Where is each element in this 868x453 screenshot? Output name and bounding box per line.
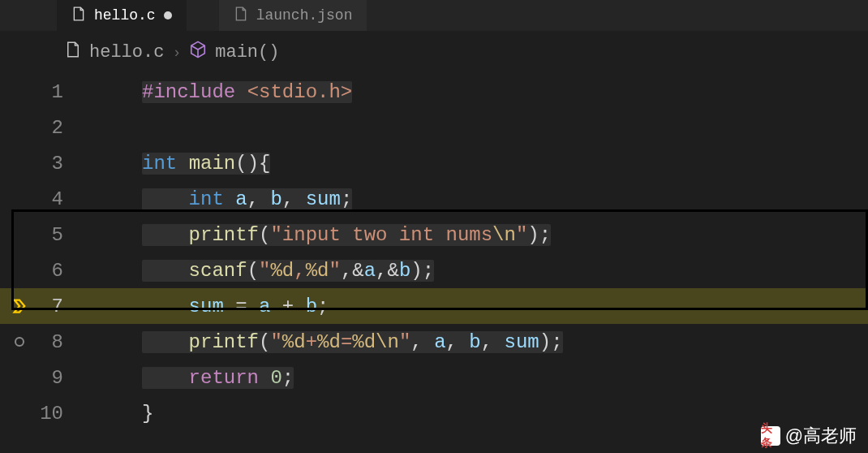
code-editor[interactable]: 1#include <stdio.h>23int main(){4 int a,… [0, 74, 868, 431]
gutter[interactable]: 8 [0, 331, 142, 353]
file-icon [71, 6, 86, 25]
symbol-method-icon [189, 41, 207, 64]
gutter[interactable]: 3 [0, 153, 142, 175]
code-content: printf("%d+%d=%d\n", a, b, sum); [142, 331, 563, 353]
code-content: int main(){ [142, 153, 270, 175]
code-content: printf("input two int nums\n"); [142, 224, 551, 246]
code-line[interactable]: 9 return 0; [0, 360, 868, 395]
gutter[interactable]: 7 [0, 296, 142, 317]
line-number: 1 [39, 81, 88, 103]
code-content: #include <stdio.h> [142, 81, 352, 103]
watermark-logo-icon: 头条 [761, 426, 780, 446]
code-content: int a, b, sum; [142, 188, 352, 210]
line-number: 6 [39, 260, 88, 282]
tab-launch-json[interactable]: launch.json [219, 0, 367, 31]
code-line[interactable]: 4 int a, b, sum; [0, 181, 868, 217]
gutter[interactable]: 6 [0, 260, 142, 282]
tab-bar: hello.c launch.json [0, 0, 868, 31]
line-number: 8 [39, 331, 88, 353]
tab-hello-c[interactable]: hello.c [57, 0, 187, 31]
breadcrumb-symbol: main() [215, 42, 279, 63]
file-icon [65, 41, 81, 63]
gutter[interactable]: 10 [0, 403, 142, 425]
line-number: 4 [39, 188, 88, 210]
file-icon [234, 6, 248, 25]
line-number: 5 [39, 224, 88, 246]
code-line[interactable]: 7 sum = a + b; [0, 288, 868, 324]
watermark: 头条 @高老师 [761, 424, 857, 448]
gutter[interactable]: 1 [0, 81, 142, 103]
code-line[interactable]: 1#include <stdio.h> [0, 74, 868, 110]
code-line[interactable]: 6 scanf("%d,%d",&a,&b); [0, 252, 868, 288]
gutter[interactable]: 9 [0, 367, 142, 389]
line-number: 10 [39, 403, 88, 425]
line-number: 2 [39, 117, 88, 139]
line-number: 3 [39, 153, 88, 175]
code-content: sum = a + b; [142, 296, 329, 317]
watermark-text: @高老师 [785, 424, 857, 448]
code-content: scanf("%d,%d",&a,&b); [142, 260, 434, 282]
debug-current-frame-icon [0, 298, 39, 314]
line-number: 9 [39, 367, 88, 389]
line-number: 7 [39, 296, 88, 317]
gutter[interactable]: 4 [0, 188, 142, 210]
chevron-right-icon: › [172, 45, 181, 61]
code-content: return 0; [142, 367, 294, 389]
code-line[interactable]: 8 printf("%d+%d=%d\n", a, b, sum); [0, 324, 868, 360]
code-content: } [142, 403, 153, 425]
gutter[interactable]: 2 [0, 117, 142, 139]
breadcrumb[interactable]: hello.c › main() [0, 31, 868, 74]
code-line[interactable]: 10} [0, 395, 868, 431]
tab-label: hello.c [94, 7, 156, 24]
code-line[interactable]: 3int main(){ [0, 145, 868, 181]
modified-indicator-icon [164, 11, 172, 19]
tab-label: launch.json [256, 7, 353, 24]
code-line[interactable]: 2 [0, 110, 868, 145]
breakpoint-unverified-icon [0, 337, 39, 347]
breadcrumb-file: hello.c [89, 42, 164, 63]
gutter[interactable]: 5 [0, 224, 142, 246]
code-line[interactable]: 5 printf("input two int nums\n"); [0, 217, 868, 252]
